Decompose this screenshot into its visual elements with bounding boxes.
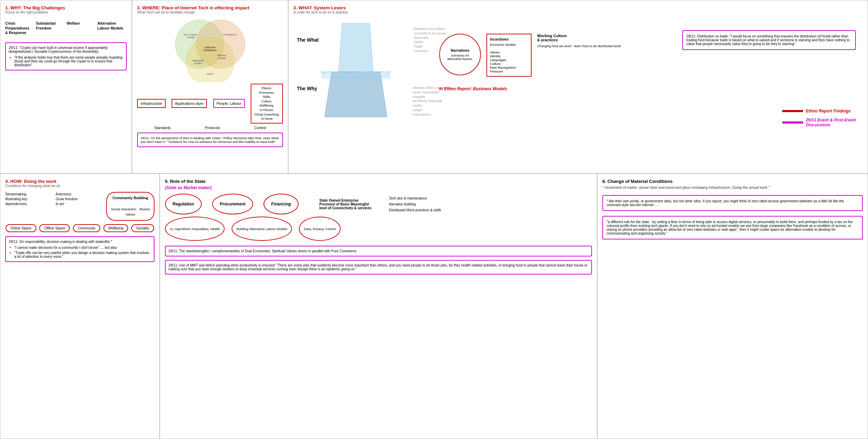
infrastructure-box: Infrastructure	[137, 99, 166, 108]
places-box: Places,Processes,Skills,Culture,Wellbein…	[251, 84, 283, 124]
s3-title: 3. WHAT: System Levers	[293, 5, 863, 10]
svg-text:intelligence: intelligence	[203, 49, 217, 52]
iceberg-label-11: Implicit	[412, 103, 453, 108]
legend-pink-label: 29/11 Event & Post-Event Discussions	[806, 118, 856, 127]
s2-subtitle: What Tech can do to facilitate change	[137, 10, 283, 14]
venn-svg: slow, organic, change convergence speed …	[161, 16, 259, 82]
svg-text:change: change	[218, 57, 226, 60]
s2-pink-box: 29/11: On the perspective of time in dea…	[137, 133, 283, 147]
s1-pink-box: 29/11: "Crypto can have built-in univers…	[5, 42, 127, 70]
section-3: 3. WHAT: System Levers In order for tech…	[288, 0, 868, 174]
s4-pink-box: 29/11: On responsibility, decision makin…	[5, 236, 155, 262]
in-ethno-box: In Ethno Report: Business Models	[439, 86, 507, 92]
procurement-circle: Procurement	[212, 194, 253, 214]
protocols-label: Protocols	[205, 126, 220, 130]
standards-label: Standards	[154, 126, 171, 130]
state-enterprise-label: State Owned Enterprise Provision of Basi…	[319, 199, 372, 210]
crisis-item-1: CrisisPreparedness& Response	[5, 21, 35, 35]
community-btn: Community	[73, 224, 100, 232]
s1-title: 1. WHY: The Big Challenges	[5, 5, 127, 10]
s3-subtitle: In order for tech to do so in practice	[293, 10, 863, 14]
svg-text:convergence: convergence	[223, 33, 237, 36]
crisis-item-4: AlternativeLabour Models	[98, 21, 127, 35]
offline-space-btn: Offline Space	[39, 224, 70, 232]
svg-text:duplication: duplication	[192, 59, 204, 62]
wellbeing-btn: Wellbeing	[103, 224, 128, 232]
s3-pink-box: 29/11: Distribution vs trade: "I would f…	[682, 30, 856, 50]
sub-circle-2: Building Alternative Labour Models	[232, 217, 292, 241]
crisis-item-2: SubstantialFreedom	[36, 21, 66, 35]
s4-subtitle: Conditions for changing what we do	[5, 184, 155, 188]
section-1: 1. WHY: The Big Challenges Focus on the …	[0, 0, 132, 174]
s4-bullet-1: "I cannot make decisions for a community…	[14, 246, 151, 250]
s5-pink-box-1: 29/11: The need/strengths / complementar…	[165, 246, 592, 256]
section-4: 4. HOW: Doing the work Conditions for ch…	[0, 174, 160, 439]
financing-circle: Financing	[264, 194, 299, 214]
s4-title: 4. HOW: Doing the work	[5, 179, 155, 184]
control-label: Control	[254, 126, 266, 130]
working-culture-box: Working Culture& practices Changing how …	[537, 34, 621, 48]
s5-pink-box-2: 29/11: Use of MMT and deficit spending w…	[165, 260, 592, 275]
iceberg-label-9: Intangible	[412, 95, 453, 99]
community-building-box: Community Building Social Interaction Sh…	[106, 192, 155, 221]
state-market-title: (State as Market maker)	[165, 185, 592, 190]
incentives-box: Incentives Economic Models Values Identi…	[486, 34, 532, 77]
section-5: 5. Role of the State (State as Market ma…	[160, 174, 597, 439]
iceberg-label-10: Not directly observable	[412, 99, 453, 103]
s5-title: 5. Role of the State	[165, 179, 592, 184]
crisis-item-3: Welfare	[67, 21, 96, 35]
svg-marker-14	[339, 23, 373, 72]
s1-subtitle: Focus on the right problems	[5, 10, 127, 14]
svg-text:slow, organic,: slow, organic,	[184, 33, 198, 36]
narratives-box: Narratives scenarios for alternative fut…	[439, 34, 481, 75]
s4-bullet-2: "Trade-offs can be very painful when you…	[14, 251, 151, 259]
sub-circle-3: Data, Privacy, Control	[299, 217, 341, 241]
people-labour-box: People, Labour	[213, 99, 245, 108]
venn-diagram: slow, organic, change convergence speed …	[137, 16, 283, 82]
svg-text:or effort: or effort	[194, 62, 202, 65]
legend-red-line	[782, 110, 803, 112]
iceberg-label-13: Subconscious	[412, 112, 453, 117]
s6-title: 6. Change of Material Conditions	[602, 179, 863, 184]
iceberg-label-12: Caught	[412, 108, 453, 112]
sensemaking-item: SensemakingIllustrating keydependencies	[5, 192, 53, 221]
legend: Ethno Report Findings 29/11 Event & Post…	[782, 109, 856, 127]
s2-title: 2. WHERE: Place of Internet Tech in effe…	[137, 5, 283, 10]
iceberg-label-1: Behaviours and artifacts	[414, 27, 446, 31]
section-6: 6. Change of Material Conditions " movem…	[597, 174, 868, 439]
online-space-btn: Online Space	[6, 224, 36, 232]
sociality-btn: Sociality	[131, 224, 154, 232]
iceberg-svg	[321, 16, 391, 127]
sub-circle-1: AI, Algorithmic Inequalities, Health	[165, 217, 225, 241]
narrative-building-label: Narrative building	[389, 202, 441, 206]
section-2: 2. WHERE: Place of Internet Tech in effe…	[132, 0, 288, 174]
regulation-circle: Regulation	[165, 194, 202, 214]
svg-text:collective: collective	[205, 46, 216, 49]
s6-pink-box-2: "a different role for the state - by set…	[602, 216, 863, 239]
svg-text:effective: effective	[217, 54, 226, 57]
legend-pink-line	[782, 121, 803, 124]
distributed-work-label: Distributed Work practices & skills	[389, 208, 441, 212]
svg-text:speed: speed	[207, 73, 213, 75]
the-why-label: The Why	[297, 86, 317, 91]
s6-pink-box-1: * like their own portal, or government s…	[602, 195, 863, 211]
legend-red-label: Ethno Report Findings	[806, 109, 851, 113]
s1-bullet-1: "if the analysis holds true that there a…	[14, 56, 123, 67]
autonomy-item: AutonomyGrow freedomto act	[56, 192, 104, 221]
the-what-label: The What	[297, 37, 319, 43]
tech-dev-label: Tech dev & maintenance	[389, 196, 441, 200]
s6-subtitle: " movement of matter, actual steel and w…	[602, 185, 863, 189]
svg-text:change: change	[187, 36, 195, 39]
applications-box: Applications layer	[172, 99, 207, 108]
